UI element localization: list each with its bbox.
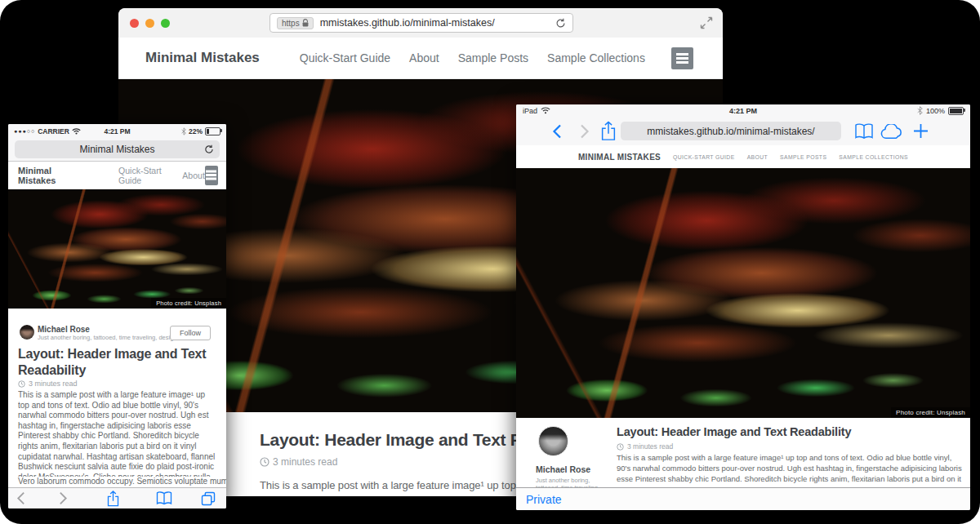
nav-item-quick-start-guide[interactable]: Quick-Start Guide xyxy=(118,166,164,185)
close-window-button[interactable] xyxy=(130,19,139,28)
iphone-site-nav: Minimal Mistakes Quick-Start Guide About xyxy=(8,162,226,189)
site-brand-link[interactable]: Minimal Mistakes xyxy=(18,166,68,185)
ipad-address-bar[interactable]: mmistakes.github.io/minimal-mistakes/ xyxy=(621,122,841,140)
nav-item-about[interactable]: About xyxy=(409,51,439,64)
clock-icon xyxy=(18,380,25,388)
menu-toggle-button[interactable] xyxy=(671,47,693,69)
author-avatar xyxy=(20,325,34,340)
battery-icon xyxy=(948,107,964,115)
bluetooth-icon xyxy=(917,106,923,115)
ipad-battery-percent: 100% xyxy=(926,107,945,115)
nav-item-sample-posts[interactable]: Sample Posts xyxy=(458,51,528,64)
ipad-safari-window: iPad 4:21 PM 100% xyxy=(516,104,970,510)
clock-icon xyxy=(260,457,270,467)
read-time-label: 3 minutes read xyxy=(627,442,673,451)
iphone-safari-toolbar xyxy=(8,487,226,508)
article-paragraph: This is a sample post with a large featu… xyxy=(18,390,218,477)
zoom-window-button[interactable] xyxy=(161,19,170,28)
article-title: Layout: Header Image and Text Readabilit… xyxy=(18,346,220,379)
author-name: Michael Rose xyxy=(536,464,590,474)
bookmarks-button[interactable] xyxy=(854,123,874,140)
ipad-site-nav: Minimal Mistakes Quick-Start Guide About… xyxy=(516,145,970,169)
site-brand-link[interactable]: Minimal Mistakes xyxy=(145,50,260,66)
reload-button[interactable] xyxy=(204,144,214,154)
follow-button[interactable]: Follow xyxy=(170,326,211,340)
desktop-site-nav: Minimal Mistakes Quick-Start Guide About… xyxy=(118,38,723,79)
author-block: Michael Rose Just another boring, tattoo… xyxy=(20,325,215,344)
back-button[interactable] xyxy=(16,491,25,505)
url-text: mmistakes.github.io/minimal-mistakes/ xyxy=(320,17,549,29)
https-label: https xyxy=(282,19,300,28)
hamburger-icon xyxy=(676,57,688,60)
iphone-url-zone: Minimal Mistakes xyxy=(8,138,226,162)
ipad-safari-toolbar: mmistakes.github.io/minimal-mistakes/ xyxy=(516,117,970,146)
ipad-url-text: mmistakes.github.io/minimal-mistakes/ xyxy=(647,126,814,137)
iphone-url-title: Minimal Mistakes xyxy=(79,144,154,155)
hamburger-icon xyxy=(206,174,216,176)
photo-credit: Photo credit: Unsplash xyxy=(891,407,970,418)
nav-item-about[interactable]: About xyxy=(182,171,204,180)
nav-item-about[interactable]: About xyxy=(747,154,768,160)
nav-item-sample-collections[interactable]: Sample Collections xyxy=(547,51,645,64)
reload-button[interactable] xyxy=(555,18,566,29)
private-browsing-bar: Private xyxy=(516,487,970,510)
iphone-safari-window: ●●●○○ CARRIER 4:21 PM 22% Minimal Mistak… xyxy=(8,124,226,508)
fullscreen-icon[interactable] xyxy=(700,16,713,29)
nav-item-sample-posts[interactable]: Sample Posts xyxy=(780,154,826,160)
ipad-status-bar: iPad 4:21 PM 100% xyxy=(516,104,970,117)
photo-credit: Photo credit: Unsplash xyxy=(151,298,226,309)
iphone-status-bar: ●●●○○ CARRIER 4:21 PM 22% xyxy=(8,124,226,138)
minimize-window-button[interactable] xyxy=(145,19,154,28)
read-time: 3 minutes read xyxy=(18,380,78,388)
battery-icon xyxy=(205,127,220,135)
header-image: Photo credit: Unsplash xyxy=(8,189,226,309)
article-title: Layout: Header Image and Text Readabilit… xyxy=(617,425,851,438)
read-time-label: 3 minutes read xyxy=(29,380,78,388)
iphone-address-bar[interactable]: Minimal Mistakes xyxy=(15,140,220,158)
header-image: Photo credit: Unsplash xyxy=(516,168,970,418)
lock-icon xyxy=(302,19,309,27)
nav-item-sample-collections[interactable]: Sample Collections xyxy=(839,154,908,160)
icloud-tabs-button[interactable] xyxy=(880,124,902,140)
share-button[interactable] xyxy=(107,491,119,507)
iphone-battery-percent: 22% xyxy=(189,127,203,135)
nav-item-quick-start-guide[interactable]: Quick-Start Guide xyxy=(673,154,735,160)
tabs-button[interactable] xyxy=(201,491,216,506)
back-button[interactable] xyxy=(552,124,562,139)
read-time: 3 minutes read xyxy=(617,442,673,451)
nav-item-quick-start-guide[interactable]: Quick-Start Guide xyxy=(300,51,390,64)
address-bar[interactable]: https mmistakes.github.io/minimal-mistak… xyxy=(270,13,573,33)
desktop-browser-chrome: https mmistakes.github.io/minimal-mistak… xyxy=(118,8,723,38)
menu-toggle-button[interactable] xyxy=(205,166,218,185)
forward-button[interactable] xyxy=(580,124,590,139)
article-paragraph-2: Vero laborum commodo occupy. Semiotics v… xyxy=(18,477,226,486)
https-badge: https xyxy=(277,17,314,29)
author-bio: Just another boring, tattooed, time trav… xyxy=(38,334,184,341)
author-avatar xyxy=(538,426,568,456)
bookmarks-button[interactable] xyxy=(156,491,172,505)
forward-button[interactable] xyxy=(59,491,68,505)
bluetooth-icon xyxy=(181,127,186,135)
ipad-clock: 4:21 PM xyxy=(516,107,970,115)
read-time-label: 3 minutes read xyxy=(273,456,337,468)
window-controls xyxy=(130,19,170,28)
clock-icon xyxy=(617,443,624,451)
author-name: Michael Rose xyxy=(38,325,90,334)
new-tab-button[interactable] xyxy=(913,123,929,139)
site-brand-link[interactable]: Minimal Mistakes xyxy=(578,153,661,162)
composite-stage: https mmistakes.github.io/minimal-mistak… xyxy=(0,0,980,524)
private-button[interactable]: Private xyxy=(526,493,562,506)
share-button[interactable] xyxy=(601,121,616,141)
